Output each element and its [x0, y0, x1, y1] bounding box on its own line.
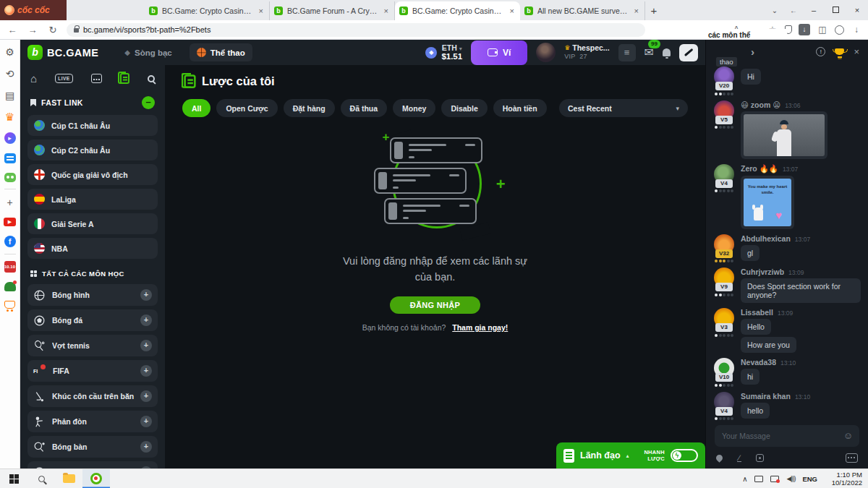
expand-plus-button[interactable]: +	[140, 390, 152, 402]
sport-tennis[interactable]: Vợt tennis +	[27, 335, 158, 356]
collapse-button[interactable]: –	[142, 96, 155, 109]
taskbar-clock[interactable]: 1:10 PM 10/1/2022	[825, 471, 862, 487]
filter-disable[interactable]: Disable	[441, 99, 487, 117]
browser-tab-4[interactable]: b All new BC.GAME survey & fe ×	[520, 1, 645, 20]
forward-button[interactable]: →	[26, 25, 39, 35]
collapse-chat-icon[interactable]: ›	[751, 46, 754, 58]
new-tab-button[interactable]: +	[645, 1, 663, 20]
tray-expand-icon[interactable]: ∧	[742, 475, 747, 483]
chat-toggle-icon[interactable]	[679, 44, 698, 61]
fastlink-championship[interactable]: Quốc gia giải vô địch	[27, 164, 158, 185]
browser-tab-3-active[interactable]: b BC.Game: Crypto Casino Gan ×	[395, 1, 520, 20]
signup-link[interactable]: Tham gia ngay!	[452, 323, 508, 332]
expand-plus-button[interactable]: +	[140, 466, 152, 468]
gif-picker-icon[interactable]	[846, 453, 858, 463]
messenger-icon[interactable]: ▸	[4, 132, 16, 144]
notifications-bell-icon[interactable]	[663, 48, 671, 56]
user-avatar[interactable]	[536, 43, 556, 62]
coccoc-taskbar-button[interactable]	[82, 469, 110, 488]
fastlink-laliga[interactable]: LaLiga	[27, 189, 158, 210]
games-icon[interactable]	[4, 173, 16, 182]
nav-casino[interactable]: ◆ Sòng bạc	[117, 43, 179, 61]
close-window-button[interactable]: ×	[846, 6, 868, 14]
dice-icon[interactable]	[756, 454, 764, 462]
coccoc-brand[interactable]: cốc cốc	[0, 0, 67, 20]
settings-gear-icon[interactable]: ⚙	[4, 46, 16, 58]
my-bets-icon[interactable]	[120, 73, 129, 84]
filter-all[interactable]: All	[182, 99, 210, 117]
rain-tip-icon[interactable]	[715, 453, 724, 463]
expand-plus-button[interactable]: +	[140, 441, 152, 453]
recording-icon[interactable]	[770, 476, 779, 482]
shopee-hat-icon[interactable]	[4, 282, 16, 291]
fastlink-cup-c1[interactable]: Cúp C1 châu Âu	[27, 115, 158, 136]
shopping-cart-icon[interactable]	[4, 301, 15, 309]
fastlink-seriea[interactable]: Giải Serie A	[27, 213, 158, 234]
tab-close-icon[interactable]: ×	[258, 7, 265, 15]
browser-tab-1[interactable]: b BC.Game: Crypto Casino Gam ×	[145, 1, 270, 20]
filter-open[interactable]: Open Cược	[216, 99, 277, 117]
file-explorer-button[interactable]	[55, 469, 82, 488]
expand-plus-button[interactable]: +	[140, 416, 152, 427]
filter-ordered[interactable]: Đặt hàng	[284, 99, 335, 117]
youtube-icon[interactable]: ▶	[4, 218, 16, 226]
crown-rewards-icon[interactable]: ♛	[4, 111, 16, 123]
sale-1010-icon[interactable]: 10.10	[4, 261, 16, 273]
filter-refund[interactable]: Hoàn tiền	[493, 99, 547, 117]
chat-rules-icon[interactable]: !	[816, 47, 825, 56]
extensions-icon[interactable]: ◫	[817, 25, 828, 35]
fastlink-nba[interactable]: NBA	[27, 238, 158, 259]
sport-basketball[interactable]: Bóng hình +	[27, 284, 158, 306]
taskbar-search-button[interactable]	[27, 469, 55, 488]
wallet-button[interactable]: Ví	[471, 40, 527, 65]
sport-table-tennis[interactable]: Bóng bàn +	[27, 436, 158, 458]
zalo-icon[interactable]	[4, 153, 16, 163]
emoji-picker-icon[interactable]: ☺	[843, 430, 853, 441]
leaderboard-bar[interactable]: Lãnh đạo ▴ NHANH LƯỢC ϟ	[556, 442, 705, 468]
tab-close-icon[interactable]: ×	[383, 7, 390, 15]
quick-bet-toggle[interactable]: ϟ	[671, 449, 698, 462]
tab-close-icon[interactable]: ×	[509, 7, 516, 15]
nav-sports[interactable]: Thể thao	[190, 43, 252, 61]
sport-volleyball[interactable]: Bóng rổ +	[27, 461, 158, 468]
minimize-button[interactable]: –	[803, 6, 825, 14]
user-info[interactable]: ♛Thespec... VIP 27	[564, 43, 609, 61]
address-bar[interactable]: bc.game/vi/sports?bt-path=%2Fbets	[67, 23, 645, 37]
search-icon[interactable]	[148, 75, 155, 82]
sport-fifa[interactable]: FI FIFA +	[27, 360, 158, 382]
network-icon[interactable]	[754, 476, 763, 482]
add-shortcut-icon[interactable]: +	[4, 196, 16, 208]
history-icon[interactable]: ⟲	[4, 67, 16, 80]
tab-close-icon[interactable]: ×	[633, 7, 640, 15]
currency-selector[interactable]: ◆ ETH ▾ $1.51	[425, 43, 462, 61]
back-button[interactable]: ←	[6, 25, 19, 35]
calendar-icon[interactable]	[91, 74, 102, 83]
bcgame-logo-text[interactable]: BC.GAME	[47, 47, 98, 59]
home-icon[interactable]: ⌂	[30, 72, 37, 85]
inbox-button[interactable]: ✉ 99	[644, 46, 654, 59]
fastlink-cup-c2[interactable]: Cúp C2 châu Âu	[27, 140, 158, 160]
facebook-icon[interactable]: f	[4, 236, 16, 247]
filter-lost[interactable]: Đã thua	[341, 99, 388, 117]
close-chat-icon[interactable]: ×	[854, 46, 859, 57]
language-indicator[interactable]: ENG	[802, 475, 817, 483]
sort-dropdown[interactable]: Cest Recent ▾	[559, 99, 688, 117]
expand-plus-button[interactable]: +	[140, 314, 152, 326]
profile-icon[interactable]	[835, 25, 844, 35]
sport-soccer[interactable]: Bóng đá +	[27, 309, 158, 331]
slash-command-icon[interactable]: ∕	[737, 454, 741, 462]
sport-counter-strike[interactable]: Phản đòn +	[27, 411, 158, 432]
start-button[interactable]	[0, 469, 27, 488]
browser-tab-2[interactable]: b BC.Game Forum - A Cryptoc ×	[270, 1, 395, 20]
bcgame-logo-icon[interactable]: b	[27, 45, 43, 60]
reload-button[interactable]: ↻	[46, 25, 59, 35]
tab-search-icon[interactable]: ⌄	[765, 7, 784, 14]
expand-plus-button[interactable]: +	[140, 365, 152, 377]
expand-plus-button[interactable]: +	[140, 289, 152, 301]
live-icon[interactable]: LIVE	[55, 74, 72, 83]
expand-plus-button[interactable]: +	[140, 340, 152, 351]
sport-ice-hockey[interactable]: Khúc côn cầu trên băng +	[27, 385, 158, 407]
download-manager-icon[interactable]: ↓	[799, 24, 810, 35]
tab-restore-icon[interactable]: ←	[784, 7, 803, 14]
trophy-icon[interactable]	[835, 48, 844, 55]
